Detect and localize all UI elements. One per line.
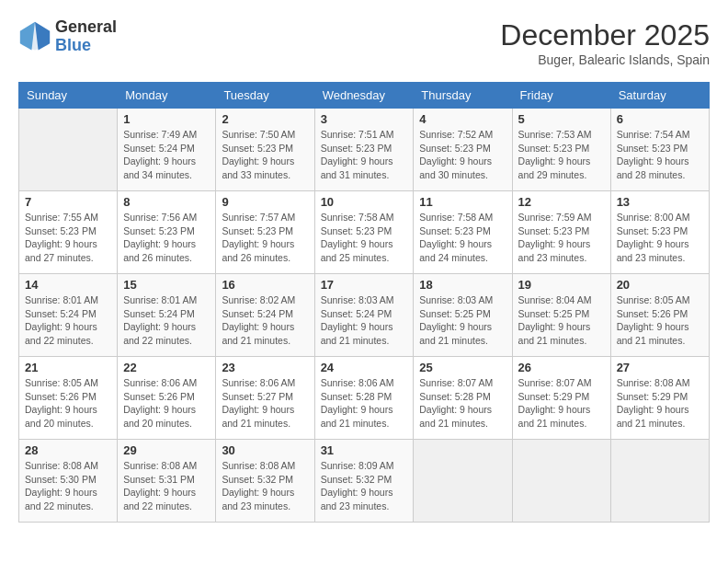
month-title: December 2025 [500,18,710,52]
day-number: 27 [617,361,703,374]
day-number: 24 [321,361,408,374]
calendar-cell: 19Sunrise: 8:04 AM Sunset: 5:25 PM Dayli… [512,274,610,357]
day-info: Sunrise: 7:57 AM Sunset: 5:23 PM Dayligh… [222,211,308,265]
day-info: Sunrise: 8:01 AM Sunset: 5:24 PM Dayligh… [123,293,210,348]
calendar-cell: 17Sunrise: 8:03 AM Sunset: 5:24 PM Dayli… [314,274,414,357]
calendar-week-row: 7Sunrise: 7:55 AM Sunset: 5:23 PM Daylig… [19,191,710,274]
day-number: 20 [617,278,703,292]
calendar-week-row: 14Sunrise: 8:01 AM Sunset: 5:24 PM Dayli… [19,274,710,357]
calendar-cell [19,109,118,191]
day-info: Sunrise: 7:58 AM Sunset: 5:23 PM Dayligh… [419,211,506,265]
calendar-cell: 12Sunrise: 7:59 AM Sunset: 5:23 PM Dayli… [512,191,610,274]
day-number: 11 [419,195,506,209]
location-subtitle: Buger, Balearic Islands, Spain [500,52,710,67]
day-number: 12 [518,195,605,209]
day-number: 14 [25,278,111,292]
day-info: Sunrise: 8:06 AM Sunset: 5:28 PM Dayligh… [321,376,408,431]
day-info: Sunrise: 8:03 AM Sunset: 5:25 PM Dayligh… [419,293,506,348]
calendar-cell: 16Sunrise: 8:02 AM Sunset: 5:24 PM Dayli… [216,274,314,357]
day-info: Sunrise: 8:06 AM Sunset: 5:26 PM Dayligh… [123,376,210,431]
day-number: 15 [123,278,210,292]
calendar-cell: 23Sunrise: 8:06 AM Sunset: 5:27 PM Dayli… [216,357,314,440]
calendar-cell: 27Sunrise: 8:08 AM Sunset: 5:29 PM Dayli… [610,357,709,440]
calendar-cell: 7Sunrise: 7:55 AM Sunset: 5:23 PM Daylig… [19,191,118,274]
day-number: 13 [617,195,703,209]
day-number: 21 [25,361,111,374]
day-info: Sunrise: 8:09 AM Sunset: 5:32 PM Dayligh… [321,459,408,513]
day-number: 31 [321,443,408,457]
day-number: 3 [321,112,408,126]
calendar-cell [414,440,512,523]
day-info: Sunrise: 8:05 AM Sunset: 5:26 PM Dayligh… [25,376,111,431]
day-number: 16 [222,278,308,292]
calendar-cell: 21Sunrise: 8:05 AM Sunset: 5:26 PM Dayli… [19,357,118,440]
calendar-cell: 22Sunrise: 8:06 AM Sunset: 5:26 PM Dayli… [118,357,216,440]
day-header-tuesday: Tuesday [216,83,314,109]
calendar-table: SundayMondayTuesdayWednesdayThursdayFrid… [18,82,710,523]
calendar-cell: 15Sunrise: 8:01 AM Sunset: 5:24 PM Dayli… [118,274,216,357]
day-info: Sunrise: 8:03 AM Sunset: 5:24 PM Dayligh… [321,293,408,348]
day-number: 22 [123,361,210,374]
day-number: 4 [419,112,506,126]
day-info: Sunrise: 7:52 AM Sunset: 5:23 PM Dayligh… [419,128,506,182]
day-info: Sunrise: 7:53 AM Sunset: 5:23 PM Dayligh… [518,128,605,182]
calendar-cell: 2Sunrise: 7:50 AM Sunset: 5:23 PM Daylig… [216,109,314,191]
day-header-thursday: Thursday [414,83,512,109]
day-info: Sunrise: 7:58 AM Sunset: 5:23 PM Dayligh… [321,211,408,265]
day-number: 9 [222,195,308,209]
day-info: Sunrise: 7:56 AM Sunset: 5:23 PM Dayligh… [123,211,210,265]
day-number: 6 [617,112,703,126]
day-info: Sunrise: 8:01 AM Sunset: 5:24 PM Dayligh… [25,293,111,348]
calendar-cell: 6Sunrise: 7:54 AM Sunset: 5:23 PM Daylig… [610,109,709,191]
page-header: General Blue December 2025 Buger, Balear… [18,18,710,67]
day-info: Sunrise: 7:55 AM Sunset: 5:23 PM Dayligh… [25,211,111,265]
logo: General Blue [18,18,117,55]
day-number: 29 [123,443,210,457]
calendar-week-row: 21Sunrise: 8:05 AM Sunset: 5:26 PM Dayli… [19,357,710,440]
day-info: Sunrise: 8:08 AM Sunset: 5:30 PM Dayligh… [25,459,111,513]
day-number: 28 [25,443,111,457]
calendar-cell: 18Sunrise: 8:03 AM Sunset: 5:25 PM Dayli… [414,274,512,357]
calendar-header-row: SundayMondayTuesdayWednesdayThursdayFrid… [19,83,710,109]
calendar-cell: 9Sunrise: 7:57 AM Sunset: 5:23 PM Daylig… [216,191,314,274]
day-info: Sunrise: 7:50 AM Sunset: 5:23 PM Dayligh… [222,128,308,182]
day-number: 10 [321,195,408,209]
calendar-cell: 20Sunrise: 8:05 AM Sunset: 5:26 PM Dayli… [610,274,709,357]
day-info: Sunrise: 8:08 AM Sunset: 5:31 PM Dayligh… [123,459,210,513]
calendar-cell [610,440,709,523]
day-info: Sunrise: 8:07 AM Sunset: 5:28 PM Dayligh… [419,376,506,431]
calendar-cell: 14Sunrise: 8:01 AM Sunset: 5:24 PM Dayli… [19,274,118,357]
day-header-saturday: Saturday [610,83,709,109]
calendar-cell: 31Sunrise: 8:09 AM Sunset: 5:32 PM Dayli… [314,440,414,523]
calendar-cell: 3Sunrise: 7:51 AM Sunset: 5:23 PM Daylig… [314,109,414,191]
logo-text: General Blue [55,18,117,55]
calendar-cell: 4Sunrise: 7:52 AM Sunset: 5:23 PM Daylig… [414,109,512,191]
day-info: Sunrise: 8:08 AM Sunset: 5:29 PM Dayligh… [617,376,703,431]
day-number: 17 [321,278,408,292]
day-info: Sunrise: 7:54 AM Sunset: 5:23 PM Dayligh… [617,128,703,182]
day-number: 23 [222,361,308,374]
calendar-cell: 10Sunrise: 7:58 AM Sunset: 5:23 PM Dayli… [314,191,414,274]
day-info: Sunrise: 8:00 AM Sunset: 5:23 PM Dayligh… [617,211,703,265]
calendar-cell: 1Sunrise: 7:49 AM Sunset: 5:24 PM Daylig… [118,109,216,191]
title-section: December 2025 Buger, Balearic Islands, S… [500,18,710,67]
day-info: Sunrise: 7:59 AM Sunset: 5:23 PM Dayligh… [518,211,605,265]
day-number: 30 [222,443,308,457]
day-header-wednesday: Wednesday [314,83,414,109]
day-info: Sunrise: 8:05 AM Sunset: 5:26 PM Dayligh… [617,293,703,348]
calendar-cell [512,440,610,523]
day-number: 1 [123,112,210,126]
day-number: 2 [222,112,308,126]
calendar-week-row: 28Sunrise: 8:08 AM Sunset: 5:30 PM Dayli… [19,440,710,523]
calendar-cell: 5Sunrise: 7:53 AM Sunset: 5:23 PM Daylig… [512,109,610,191]
day-header-friday: Friday [512,83,610,109]
day-number: 26 [518,361,605,374]
day-header-monday: Monday [118,83,216,109]
calendar-cell: 29Sunrise: 8:08 AM Sunset: 5:31 PM Dayli… [118,440,216,523]
day-info: Sunrise: 8:04 AM Sunset: 5:25 PM Dayligh… [518,293,605,348]
calendar-cell: 26Sunrise: 8:07 AM Sunset: 5:29 PM Dayli… [512,357,610,440]
day-number: 19 [518,278,605,292]
calendar-cell: 30Sunrise: 8:08 AM Sunset: 5:32 PM Dayli… [216,440,314,523]
day-info: Sunrise: 8:08 AM Sunset: 5:32 PM Dayligh… [222,459,308,513]
day-info: Sunrise: 7:51 AM Sunset: 5:23 PM Dayligh… [321,128,408,182]
